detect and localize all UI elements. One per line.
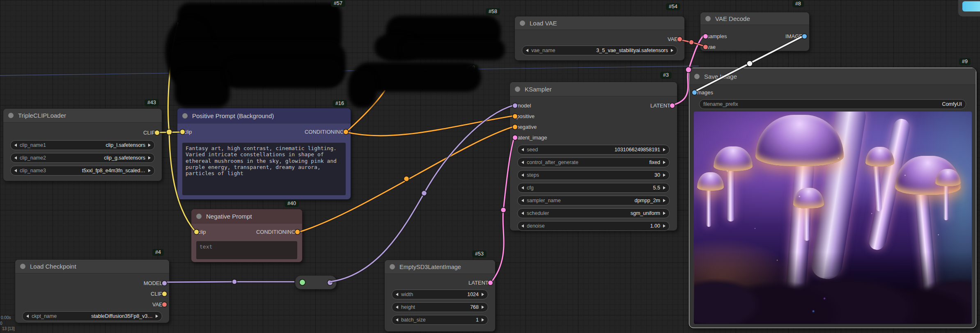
node-collapse-dot[interactable] [705,16,711,21]
output-port-vae[interactable] [162,302,167,307]
prev-arrow-icon[interactable] [521,173,524,177]
prev-arrow-icon[interactable] [526,49,528,52]
prev-arrow-icon[interactable] [521,224,524,228]
prev-arrow-icon[interactable] [521,199,524,202]
node-positive-prompt[interactable]: Positive Prompt (Background) clip CONDIT… [177,108,351,200]
reroute-dot-model[interactable] [422,191,427,196]
prev-arrow-icon[interactable] [14,156,17,160]
reroute-dot-image[interactable] [747,61,753,66]
next-arrow-icon[interactable] [482,293,484,296]
prev-arrow-icon[interactable] [396,318,398,322]
node-load-checkpoint[interactable]: Load Checkpoint MODEL CLIP VAE ckpt_name… [15,259,170,323]
reroute-dot-vae[interactable] [689,40,694,45]
node-collapse-dot[interactable] [182,113,188,119]
next-arrow-icon[interactable] [671,49,673,52]
node-triple-clip-loader[interactable]: TripleCLIPLoader CLIP clip_name1 clip_l.… [3,108,162,181]
output-port-model[interactable] [162,281,167,285]
next-arrow-icon[interactable] [663,199,666,202]
widget-steps[interactable]: steps 30 [517,170,670,180]
next-arrow-icon[interactable] [663,186,666,189]
node-collapse-dot[interactable] [196,214,202,219]
output-port-clip[interactable] [155,130,159,135]
node-reroute-collapsed[interactable] [295,275,337,290]
input-port-positive[interactable] [513,114,517,119]
node-header[interactable]: VAE Decode [700,12,809,25]
input-port-latent-image[interactable] [513,135,517,140]
next-arrow-icon[interactable] [148,169,151,172]
input-port-clip[interactable] [194,230,199,234]
prev-arrow-icon[interactable] [26,315,29,318]
output-port-vae[interactable] [677,37,682,41]
widget-width[interactable]: width 1024 [392,290,488,299]
node-collapse-dot[interactable] [515,87,520,92]
node-collapse-dot[interactable] [694,74,700,79]
next-arrow-icon[interactable] [148,144,151,147]
prev-arrow-icon[interactable] [396,306,398,309]
output-port-conditioning[interactable] [344,130,348,134]
prev-arrow-icon[interactable] [14,169,17,172]
reroute-dot-clip[interactable] [166,129,172,135]
node-ksampler[interactable]: KSampler model LATENT positive negative … [510,82,677,231]
widget-batch-size[interactable]: batch_size 1 [392,315,488,325]
node-collapse-dot[interactable] [8,113,14,118]
reroute-dot-conditioning[interactable] [404,176,409,182]
next-arrow-icon[interactable] [482,306,484,309]
input-port-negative[interactable] [513,125,517,129]
node-load-vae[interactable]: Load VAE VAE vae_name 3_5_vae_stabilitya… [514,16,685,61]
node-header[interactable]: TripleCLIPLoader [3,109,162,123]
widget-vae-name[interactable]: vae_name 3_5_vae_stabilityai.safetensors [522,46,677,55]
next-arrow-icon[interactable] [663,161,666,164]
widget-filename-prefix[interactable]: filename_prefix ComfyUI [699,99,966,109]
node-vae-decode[interactable]: VAE Decode samples IMAGE vae [700,12,810,51]
input-port-model[interactable] [513,103,517,108]
output-port-image[interactable] [802,34,807,39]
next-arrow-icon[interactable] [663,173,666,177]
prev-arrow-icon[interactable] [521,161,524,164]
node-header[interactable]: Load VAE [515,16,684,30]
widget-cfg[interactable]: cfg 5.5 [517,183,670,193]
node-graph-canvas[interactable]: TripleCLIPLoader CLIP clip_name1 clip_l.… [0,0,980,333]
node-header[interactable]: Save Image [689,68,976,85]
next-arrow-icon[interactable] [663,224,666,228]
input-port-samples[interactable] [703,34,708,39]
collapse-dot[interactable] [300,280,305,285]
node-negative-prompt[interactable]: Negative Prompt clip CONDITIONING text [191,209,303,262]
node-header[interactable]: EmptySD3LatentImage [385,260,495,274]
node-header[interactable]: KSampler [510,82,677,96]
widget-clip-name2[interactable]: clip_name2 clip_g.safetensors [10,153,155,163]
widget-height[interactable]: height 768 [392,302,488,312]
next-arrow-icon[interactable] [663,212,666,215]
widget-denoise[interactable]: denoise 1.00 [517,221,670,231]
output-port-model[interactable] [328,280,333,285]
reroute-dot-model[interactable] [232,279,237,284]
next-arrow-icon[interactable] [663,148,666,151]
prev-arrow-icon[interactable] [14,144,17,147]
node-collapse-dot[interactable] [390,264,395,269]
widget-clip-name1[interactable]: clip_name1 clip_l.safetensors [10,140,155,150]
output-port-clip[interactable] [162,292,167,296]
minimap-panel[interactable] [958,0,980,16]
prompt-textarea[interactable]: Fantasy art, high contrast, cinematic li… [182,143,346,195]
node-collapse-dot[interactable] [20,264,25,269]
node-header[interactable]: Positive Prompt (Background) [177,108,351,123]
node-collapse-dot[interactable] [520,21,525,26]
output-port-latent[interactable] [488,281,493,285]
input-port-clip[interactable] [180,130,185,134]
prev-arrow-icon[interactable] [521,148,524,151]
node-header[interactable]: Negative Prompt [191,209,302,224]
input-port-vae[interactable] [703,45,708,49]
input-port-images[interactable] [692,90,697,95]
widget-ckpt-name[interactable]: ckpt_name stableDiffusion35Fp8_v3… [22,311,162,321]
prev-arrow-icon[interactable] [521,186,524,189]
prev-arrow-icon[interactable] [396,293,398,296]
output-port-conditioning[interactable] [295,230,300,234]
next-arrow-icon[interactable] [156,315,158,318]
widget-scheduler[interactable]: scheduler sgm_uniform [517,208,670,218]
prev-arrow-icon[interactable] [521,212,524,215]
node-empty-sd3-latent-image[interactable]: EmptySD3LatentImage LATENT width 1024 he… [384,260,496,332]
prompt-textarea[interactable]: text [196,241,297,259]
next-arrow-icon[interactable] [148,156,151,160]
node-header[interactable]: Load Checkpoint [15,260,169,274]
reroute-dot-latent[interactable] [501,208,506,213]
widget-seed[interactable]: seed 1031066249858191 [517,145,670,155]
